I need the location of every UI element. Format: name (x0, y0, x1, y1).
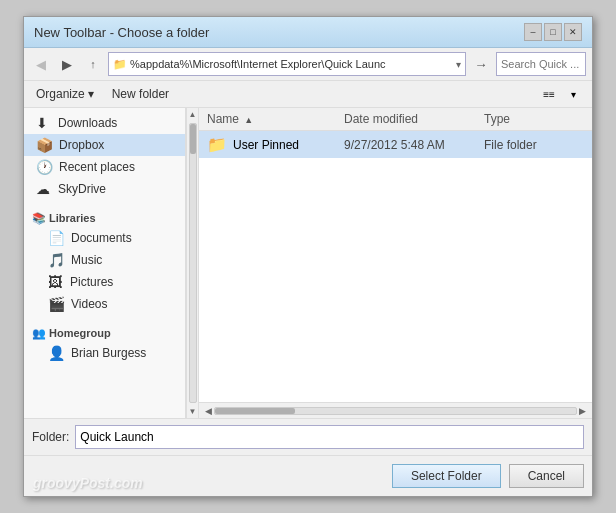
sort-arrow-icon: ▲ (244, 115, 253, 125)
scroll-thumb[interactable] (215, 408, 295, 414)
sidebar-label-user: Brian Burgess (71, 346, 146, 360)
table-row[interactable]: 📁 User Pinned 9/27/2012 5:48 AM File fol… (199, 131, 592, 158)
file-pane: Name ▲ Date modified Type 📁 User Pinned … (199, 108, 592, 418)
sidebar-label-recent: Recent places (59, 160, 135, 174)
documents-icon: 📄 (48, 230, 65, 246)
organize-chevron-icon: ▾ (88, 87, 94, 101)
up-button[interactable]: ↑ (82, 53, 104, 75)
sidebar-container: ⬇ Downloads 📦 Dropbox 🕐 Recent places ☁ … (24, 108, 199, 418)
file-type: File folder (484, 138, 584, 152)
videos-icon: 🎬 (48, 296, 65, 312)
sidebar-item-recent-places[interactable]: 🕐 Recent places (24, 156, 185, 178)
scroll-track (214, 407, 577, 415)
sidebar-label-skydrive: SkyDrive (58, 182, 106, 196)
scroll-right-arrow[interactable]: ▶ (577, 406, 588, 416)
horizontal-scrollbar[interactable]: ◀ ▶ (199, 402, 592, 418)
watermark: groovyPost.com (33, 475, 143, 491)
file-folder-icon: 📁 (207, 135, 227, 154)
file-date: 9/27/2012 5:48 AM (344, 138, 484, 152)
file-name: User Pinned (233, 138, 344, 152)
minimize-button[interactable]: – (524, 23, 542, 41)
sidebar-scrollbar[interactable]: ▲ ▼ (186, 108, 198, 418)
scroll-left-arrow[interactable]: ◀ (203, 406, 214, 416)
sidebar-item-dropbox[interactable]: 📦 Dropbox (24, 134, 185, 156)
folder-bar: Folder: (24, 418, 592, 455)
organize-label: Organize (36, 87, 85, 101)
sidebar-label-libraries: Libraries (49, 212, 95, 224)
address-text: %appdata%\Microsoft\Internet Explorer\Qu… (130, 58, 456, 70)
folder-input[interactable] (75, 425, 584, 449)
downloads-icon: ⬇ (36, 115, 52, 131)
scrollbar-down-arrow[interactable]: ▼ (187, 405, 199, 418)
cancel-button[interactable]: Cancel (509, 464, 584, 488)
libraries-icon: 📚 (32, 212, 46, 224)
file-header: Name ▲ Date modified Type (199, 108, 592, 131)
address-go-button[interactable]: → (470, 53, 492, 75)
window-controls: – □ ✕ (524, 23, 582, 41)
dialog-title: New Toolbar - Choose a folder (34, 25, 209, 40)
music-icon: 🎵 (48, 252, 65, 268)
skydrive-icon: ☁ (36, 181, 52, 197)
address-folder-icon: 📁 (113, 58, 127, 71)
view-controls: ≡≡ ▾ (538, 85, 584, 103)
sidebar-item-music[interactable]: 🎵 Music (24, 249, 185, 271)
new-folder-button[interactable]: New folder (106, 85, 175, 103)
sidebar-item-skydrive[interactable]: ☁ SkyDrive (24, 178, 185, 200)
close-button[interactable]: ✕ (564, 23, 582, 41)
sidebar-item-pictures[interactable]: 🖼 Pictures (24, 271, 185, 293)
nav-toolbar: ◀ ▶ ↑ 📁 %appdata%\Microsoft\Internet Exp… (24, 48, 592, 81)
maximize-button[interactable]: □ (544, 23, 562, 41)
sidebar-item-documents[interactable]: 📄 Documents (24, 227, 185, 249)
recent-icon: 🕐 (36, 159, 53, 175)
title-bar: New Toolbar - Choose a folder – □ ✕ (24, 17, 592, 48)
view-dropdown-button[interactable]: ▾ (562, 85, 584, 103)
scrollbar-track (189, 123, 197, 403)
view-list-button[interactable]: ≡≡ (538, 85, 560, 103)
sidebar: ⬇ Downloads 📦 Dropbox 🕐 Recent places ☁ … (24, 108, 186, 418)
main-content: ⬇ Downloads 📦 Dropbox 🕐 Recent places ☁ … (24, 108, 592, 418)
dialog-window: New Toolbar - Choose a folder – □ ✕ ◀ ▶ … (23, 16, 593, 497)
col-header-name[interactable]: Name ▲ (207, 112, 344, 126)
col-header-date[interactable]: Date modified (344, 112, 484, 126)
sidebar-label-videos: Videos (71, 297, 107, 311)
sidebar-label-dropbox: Dropbox (59, 138, 104, 152)
dropbox-icon: 📦 (36, 137, 53, 153)
sidebar-item-downloads[interactable]: ⬇ Downloads (24, 112, 185, 134)
sidebar-label-downloads: Downloads (58, 116, 117, 130)
sidebar-label-homegroup: Homegroup (49, 327, 111, 339)
sidebar-label-music: Music (71, 253, 102, 267)
address-bar[interactable]: 📁 %appdata%\Microsoft\Internet Explorer\… (108, 52, 466, 76)
file-list: 📁 User Pinned 9/27/2012 5:48 AM File fol… (199, 131, 592, 402)
scrollbar-up-arrow[interactable]: ▲ (187, 108, 199, 121)
user-icon: 👤 (48, 345, 65, 361)
sidebar-item-user[interactable]: 👤 Brian Burgess (24, 342, 185, 364)
organize-button[interactable]: Organize ▾ (32, 85, 98, 103)
folder-label: Folder: (32, 430, 69, 444)
select-folder-button[interactable]: Select Folder (392, 464, 501, 488)
sidebar-section-homegroup: 👥 Homegroup (24, 323, 185, 342)
address-dropdown-icon[interactable]: ▾ (456, 59, 461, 70)
sidebar-label-pictures: Pictures (70, 275, 113, 289)
col-header-type[interactable]: Type (484, 112, 584, 126)
search-input[interactable] (496, 52, 586, 76)
sidebar-label-documents: Documents (71, 231, 132, 245)
content-toolbar: Organize ▾ New folder ≡≡ ▾ (24, 81, 592, 108)
forward-button[interactable]: ▶ (56, 53, 78, 75)
back-button[interactable]: ◀ (30, 53, 52, 75)
pictures-icon: 🖼 (48, 274, 64, 290)
scrollbar-thumb[interactable] (190, 124, 196, 154)
sidebar-item-videos[interactable]: 🎬 Videos (24, 293, 185, 315)
sidebar-section-libraries: 📚 Libraries (24, 208, 185, 227)
homegroup-icon: 👥 (32, 327, 46, 339)
